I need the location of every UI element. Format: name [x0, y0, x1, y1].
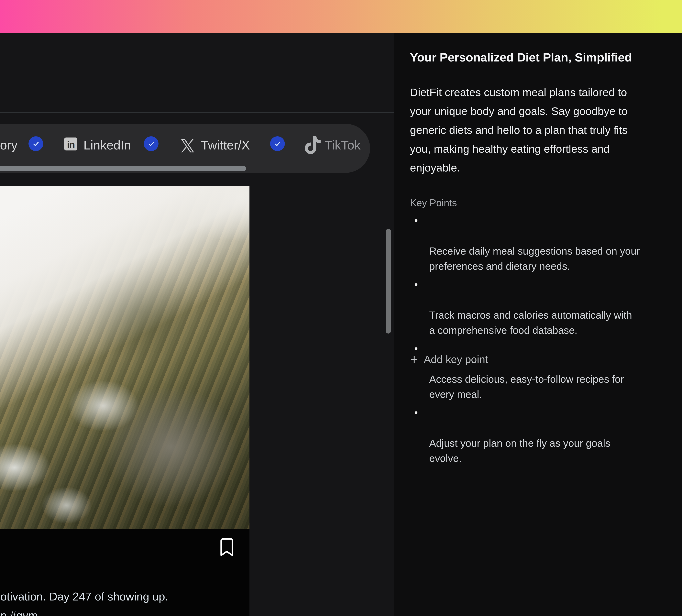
tab-tiktok[interactable]: TikTok	[325, 137, 361, 153]
post-preview-panel: ory in LinkedIn Twitter/X	[0, 33, 394, 616]
key-point-item[interactable]: • Access delicious, easy-to-follow recip…	[410, 341, 663, 402]
add-key-point-label: Add key point	[424, 353, 488, 366]
key-point-text: Access delicious, easy-to-follow recipes…	[429, 373, 624, 400]
key-point-item[interactable]: • Receive daily meal suggestions based o…	[410, 213, 663, 274]
bullet-icon: •	[414, 277, 418, 292]
key-point-item[interactable]: • Track macros and calories automaticall…	[410, 277, 663, 338]
key-point-item[interactable]: • Adjust your plan on the fly as your go…	[410, 406, 663, 466]
twitter-selected-toggle[interactable]	[270, 136, 285, 151]
linkedin-icon: in	[64, 137, 77, 151]
plus-icon: +	[410, 353, 418, 366]
bookmark-icon	[220, 538, 234, 557]
check-icon	[147, 140, 155, 148]
x-logo-icon	[180, 139, 195, 153]
content-vertical-scrollbar[interactable]	[386, 229, 391, 334]
check-icon	[273, 140, 282, 148]
post-title-field[interactable]: Your Personalized Diet Plan, Simplified	[410, 50, 632, 64]
key-point-text: Adjust your plan on the fly as your goal…	[429, 437, 610, 464]
platform-tab-bar: ory in LinkedIn Twitter/X	[0, 124, 370, 173]
bullet-icon: •	[414, 405, 418, 420]
post-photo	[0, 186, 249, 529]
add-key-point-button[interactable]: + Add key point	[410, 353, 488, 366]
app-canvas: ory in LinkedIn Twitter/X	[0, 0, 682, 616]
key-point-text: Track macros and calories automatically …	[429, 310, 632, 336]
bookmark-button[interactable]	[220, 538, 234, 557]
tabs-horizontal-scrollbar[interactable]	[0, 166, 246, 171]
post-preview-card: otivation. Day 247 of showing up. n #gym	[0, 186, 249, 616]
story-selected-toggle[interactable]	[28, 136, 43, 151]
post-description-field[interactable]: DietFit creates custom meal plans tailor…	[410, 83, 628, 177]
tab-story-truncated[interactable]: ory	[0, 137, 18, 153]
check-icon	[32, 140, 40, 148]
bullet-icon: •	[414, 213, 418, 228]
key-points-list: • Receive daily meal suggestions based o…	[410, 213, 663, 466]
tiktok-icon	[304, 136, 321, 154]
tab-twitter-x[interactable]: Twitter/X	[201, 137, 250, 153]
post-details-panel: Your Personalized Diet Plan, Simplified …	[394, 33, 682, 616]
top-gradient-banner	[0, 0, 682, 33]
header-divider	[0, 112, 394, 113]
post-caption: otivation. Day 247 of showing up. n #gym	[0, 587, 168, 616]
linkedin-selected-toggle[interactable]	[144, 136, 159, 151]
linkedin-monogram: in	[67, 139, 75, 151]
tab-linkedin[interactable]: LinkedIn	[84, 137, 131, 153]
key-points-label: Key Points	[410, 197, 457, 209]
key-point-text: Receive daily meal suggestions based on …	[429, 245, 640, 272]
